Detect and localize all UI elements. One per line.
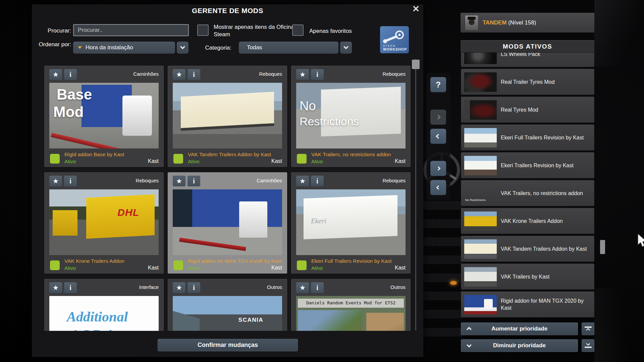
info-button[interactable]: i bbox=[187, 69, 200, 80]
mod-thumbnail bbox=[464, 100, 497, 120]
category-dropdown[interactable]: Todas bbox=[239, 42, 338, 54]
mod-card-ekeri-full[interactable]: ★ i Reboques Ekeri Ekeri Full Trailers R… bbox=[291, 172, 411, 274]
first-page-button[interactable] bbox=[430, 180, 446, 195]
steam-workshop-button[interactable]: STEAM WORKSHOP bbox=[380, 26, 409, 53]
star-icon: ★ bbox=[176, 284, 182, 292]
close-icon[interactable]: × bbox=[410, 3, 422, 15]
mod-card-vak-no-restrictions[interactable]: ★ i Reboques No Restrictions VAK Trailer… bbox=[291, 66, 411, 167]
trailer-graphic bbox=[321, 87, 401, 136]
steam-workshop-checkbox[interactable] bbox=[197, 24, 209, 36]
card-image: Base Mod bbox=[49, 83, 159, 148]
card-status: Ativo bbox=[188, 159, 199, 165]
favorite-star-button[interactable]: ★ bbox=[173, 69, 185, 80]
road-photo-graphic bbox=[298, 310, 362, 331]
chevron-left-icon bbox=[436, 134, 441, 139]
mod-label: Real Tyres Mod bbox=[501, 106, 592, 113]
card-image: SCANIA bbox=[173, 296, 282, 331]
sidebar-scrollbar-thumb[interactable] bbox=[600, 240, 605, 254]
favorite-star-button[interactable]: ★ bbox=[296, 282, 309, 293]
list-item[interactable]: Ekeri Full Trailers Revision by Kast bbox=[461, 124, 594, 150]
card-title: Rigid addon for MAN TGX euro6 by Kast bbox=[188, 258, 283, 264]
chevron-down-icon bbox=[343, 44, 349, 50]
decrease-priority-button[interactable]: Diminuir prioridade bbox=[461, 339, 578, 352]
avatar bbox=[465, 15, 478, 30]
favorite-star-button[interactable]: ★ bbox=[173, 282, 185, 293]
mod-card-additional-ai-drivers[interactable]: ★ i Interface Additional A.I Drivers bbox=[44, 279, 164, 331]
increase-priority-button[interactable]: Aumentar prioridade bbox=[461, 322, 578, 335]
favorite-star-button[interactable]: ★ bbox=[49, 176, 62, 186]
info-button[interactable]: i bbox=[187, 176, 200, 186]
steam-workshop-text: STEAM WORKSHOP bbox=[383, 44, 407, 51]
mod-thumbnail bbox=[464, 156, 497, 175]
mod-card-rigid-addon-base[interactable]: ★ i Caminhões Base Mod Rigid addon Base … bbox=[44, 66, 164, 167]
search-input[interactable] bbox=[73, 24, 189, 36]
mod-card-daniels-random-events[interactable]: ★ i Outros Daniels Random Events Mod for… bbox=[291, 279, 411, 331]
info-icon: i bbox=[69, 284, 71, 292]
image-caption: A.I Drivers bbox=[70, 327, 135, 331]
mod-thumbnail bbox=[464, 295, 497, 314]
list-item[interactable]: VAK Tandem Trailers Addon by Kast bbox=[461, 236, 594, 262]
info-button[interactable]: i bbox=[311, 176, 324, 186]
info-button[interactable]: i bbox=[64, 176, 77, 186]
info-icon: i bbox=[316, 71, 318, 78]
favorite-star-button[interactable]: ★ bbox=[173, 176, 185, 186]
star-icon: ★ bbox=[176, 70, 182, 78]
info-button[interactable]: i bbox=[187, 282, 200, 293]
previous-page-button[interactable] bbox=[430, 129, 446, 144]
list-item[interactable]: No Restrictions VAK Trailers, no restric… bbox=[461, 180, 594, 206]
thumbnail-caption: No Restrictions bbox=[465, 198, 486, 202]
move-to-bottom-button[interactable] bbox=[582, 339, 594, 352]
help-icon: ? bbox=[436, 80, 441, 89]
help-button[interactable]: ? bbox=[430, 77, 446, 92]
image-caption: Restrictions bbox=[300, 115, 359, 128]
bottom-bar-icon bbox=[585, 347, 592, 348]
list-item[interactable]: Ekeri Trailers Revision by Kast bbox=[461, 152, 594, 178]
card-title: VAK Tandem Trailers Addon by Kast bbox=[188, 152, 283, 158]
mod-card-vak-krone[interactable]: ★ i Reboques DHL VAK Krone Trailers Addo… bbox=[44, 172, 164, 274]
card-image bbox=[173, 189, 282, 255]
mouse-cursor bbox=[637, 234, 644, 249]
sort-dropdown[interactable]: Hora da instalação bbox=[73, 42, 175, 54]
grid-scrollbar-track[interactable] bbox=[415, 59, 416, 330]
mod-card-rigid-man-tgx-euro6[interactable]: ★ i Caminhões Rigid addon for MAN TGX eu… bbox=[168, 172, 287, 274]
mod-card-scania[interactable]: ★ i Outros SCANIA bbox=[168, 279, 287, 331]
list-item[interactable]: Real Tyres Mod bbox=[461, 97, 594, 123]
favorite-star-button[interactable]: ★ bbox=[296, 176, 309, 186]
star-icon: ★ bbox=[53, 284, 59, 292]
favorite-star-button[interactable]: ★ bbox=[49, 69, 62, 80]
truck-graphic bbox=[179, 238, 246, 251]
list-item[interactable]: Real Trailer Tyres Mod bbox=[461, 69, 594, 95]
chevron-up-icon bbox=[586, 328, 590, 332]
star-icon: ★ bbox=[53, 177, 59, 185]
list-item[interactable]: Rigid addon for MAN TGX 2020 by Kast bbox=[461, 291, 594, 317]
player-profile[interactable]: TANDEM (Nível 158) bbox=[461, 13, 594, 33]
list-item[interactable]: VAK Trailers by Kast bbox=[461, 263, 594, 290]
sort-dropdown-value: Hora da instalação bbox=[86, 44, 133, 51]
info-button[interactable]: i bbox=[311, 69, 324, 80]
favorites-checkbox[interactable] bbox=[292, 24, 304, 36]
last-page-button[interactable] bbox=[430, 161, 446, 176]
card-category: Reboques bbox=[259, 71, 282, 77]
card-category: Interface bbox=[139, 284, 159, 290]
info-button[interactable]: i bbox=[64, 282, 77, 293]
image-caption: Ekeri bbox=[311, 217, 326, 225]
info-button[interactable]: i bbox=[311, 282, 324, 293]
category-label: Categoria: bbox=[198, 45, 231, 51]
grid-scrollbar-thumb[interactable] bbox=[412, 60, 420, 69]
info-button[interactable]: i bbox=[64, 69, 77, 80]
move-to-top-button[interactable] bbox=[582, 322, 594, 335]
category-dropdown-button[interactable] bbox=[340, 42, 352, 54]
list-item[interactable]: VAK Krone Trailers Addon bbox=[461, 208, 594, 234]
sort-dropdown-button[interactable] bbox=[177, 42, 189, 54]
star-icon: ★ bbox=[53, 70, 59, 78]
favorite-star-button[interactable]: ★ bbox=[296, 69, 309, 80]
next-page-button[interactable] bbox=[430, 110, 446, 125]
background-highlight bbox=[594, 288, 644, 362]
favorite-star-button[interactable]: ★ bbox=[49, 282, 62, 293]
mod-card-vak-tandem[interactable]: ★ i Reboques VAK Tandem Trailers Addon b… bbox=[168, 66, 287, 167]
card-author: Kast bbox=[271, 158, 282, 164]
turn-signal-light bbox=[450, 281, 457, 285]
image-caption: Additional bbox=[67, 309, 128, 325]
confirm-changes-button[interactable]: Confirmar mudanças bbox=[158, 339, 298, 351]
mod-thumbnail: No Restrictions bbox=[464, 184, 497, 203]
